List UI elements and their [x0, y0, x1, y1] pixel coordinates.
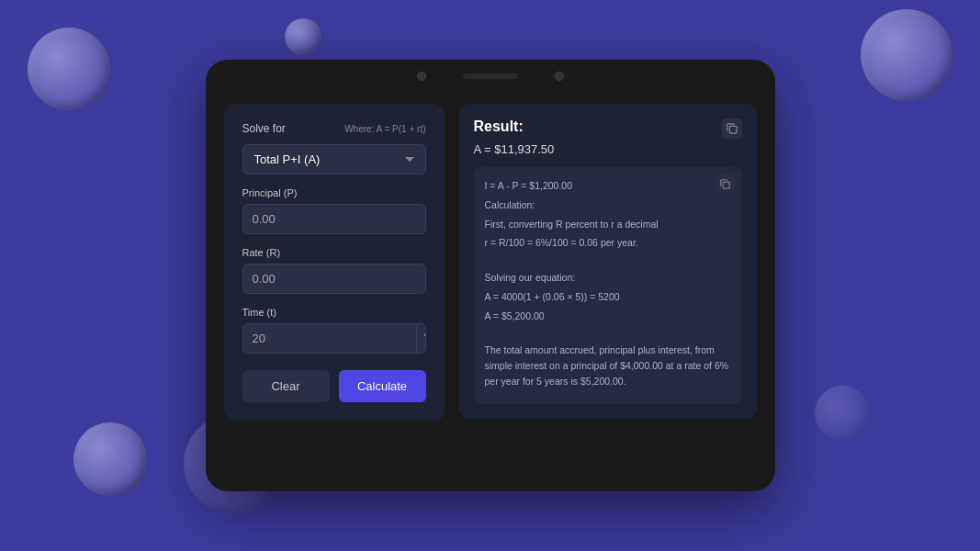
- time-unit-label: Years: [424, 332, 426, 345]
- tablet-camera: [417, 72, 426, 81]
- detail-line-4: r = R/100 = 6%/100 = 0.06 per year.: [485, 235, 731, 251]
- copy-detail-button[interactable]: [716, 174, 735, 193]
- chevron-down-icon: [405, 157, 414, 162]
- bubble-decoration-6: [815, 386, 870, 441]
- calculate-button[interactable]: Calculate: [339, 370, 426, 402]
- tablet-mic: [555, 72, 564, 81]
- svg-rect-0: [729, 126, 737, 133]
- tablet-device: Solve for Where: A = P(1 + rt) Total P+I…: [206, 60, 775, 491]
- copy-detail-icon-svg: [720, 179, 730, 189]
- detail-line-10: The total amount accrued, principal plus…: [485, 343, 731, 388]
- detail-line-8: A = $5,200.00: [485, 309, 731, 324]
- formula-label: Where: A = P(1 + rt): [344, 124, 425, 134]
- time-label: Time (t): [242, 307, 426, 318]
- rate-label: Rate (R): [242, 247, 426, 258]
- dropdown-value: Total P+I (A): [254, 152, 321, 166]
- result-detail-box: I = A - P = $1,200.00 Calculation: First…: [474, 167, 742, 404]
- detail-line-3: First, converting R percent to r a decim…: [485, 217, 731, 232]
- tablet-content: Solve for Where: A = P(1 + rt) Total P+I…: [206, 93, 775, 491]
- bubble-decoration-1: [28, 28, 110, 110]
- copy-result-button[interactable]: [722, 118, 742, 139]
- time-input-row: Years: [242, 323, 426, 354]
- detail-line-1: I = A - P = $1,200.00: [485, 178, 731, 194]
- principal-input[interactable]: [243, 205, 416, 233]
- copy-icon-svg: [727, 123, 738, 134]
- detail-line-6: Solving our equation:: [485, 270, 731, 286]
- button-row: Clear Calculate: [242, 370, 426, 402]
- tablet-top-bar: [206, 60, 775, 93]
- rate-suffix: %: [416, 273, 426, 286]
- principal-input-row: $: [242, 204, 426, 234]
- detail-line-2: Calculation:: [485, 197, 731, 213]
- rate-field-group: Rate (R) %: [242, 247, 426, 294]
- result-value: A = $11,937.50: [474, 142, 742, 156]
- result-header: Result:: [474, 118, 742, 139]
- bubble-decoration-2: [285, 18, 321, 55]
- solve-for-dropdown[interactable]: Total P+I (A): [242, 144, 426, 174]
- time-input[interactable]: [243, 324, 416, 353]
- solve-for-label: Solve for: [242, 122, 286, 135]
- calculator-panel: Solve for Where: A = P(1 + rt) Total P+I…: [224, 104, 445, 421]
- principal-field-group: Principal (P) $: [242, 187, 426, 234]
- principal-label: Principal (P): [242, 187, 426, 198]
- solve-for-header: Solve for Where: A = P(1 + rt): [242, 122, 426, 135]
- svg-rect-1: [723, 182, 729, 188]
- tablet-speaker: [463, 73, 518, 79]
- clear-button[interactable]: Clear: [242, 370, 330, 402]
- rate-input-row: %: [242, 264, 426, 294]
- time-field-group: Time (t) Years: [242, 307, 426, 354]
- result-panel: Result: A = $11,937.50 I =: [459, 104, 757, 419]
- result-title: Result:: [474, 118, 524, 135]
- rate-input[interactable]: [243, 264, 416, 293]
- detail-line-7: A = 4000(1 + (0.06 × 5)) = 5200: [485, 289, 731, 305]
- bubble-decoration-4: [73, 422, 147, 496]
- principal-suffix: $: [416, 213, 426, 226]
- bubble-decoration-3: [861, 9, 952, 101]
- time-unit-dropdown[interactable]: Years: [416, 325, 426, 353]
- result-detail-text: I = A - P = $1,200.00 Calculation: First…: [485, 178, 731, 389]
